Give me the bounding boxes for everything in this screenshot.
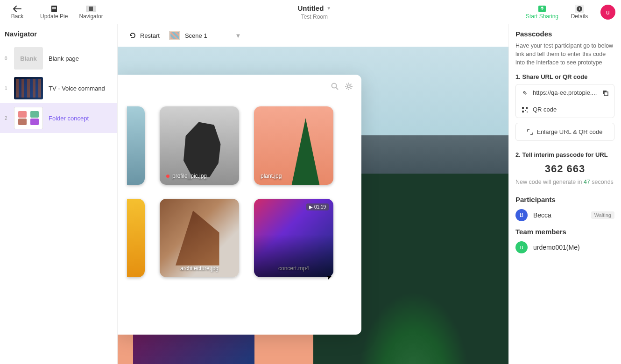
nav-item-blank[interactable]: 0 Blank Blank page [0, 43, 117, 73]
page-subtitle: Test Room [103, 14, 526, 20]
svg-rect-24 [525, 110, 526, 111]
back-label: Back [11, 13, 24, 20]
scene-thumb-icon [169, 31, 180, 40]
tile-profile[interactable]: profile_pic.jpg [160, 106, 239, 185]
team-member-row[interactable]: u urdemo001(Me) [515, 241, 614, 253]
svg-line-16 [351, 88, 352, 89]
update-pie-button[interactable]: Update Pie [40, 5, 68, 20]
enlarge-label: Enlarge URL & QR code [536, 128, 602, 135]
participants-title: Participants [515, 196, 614, 203]
right-sidebar: Passcodes Have your test participant go … [509, 24, 621, 364]
info-icon: i [575, 5, 584, 13]
tile-partial-bottom[interactable] [127, 199, 145, 277]
tile-caption: architecture.jpg [166, 265, 233, 272]
main-area: Navigator 0 Blank Blank page 1 TV - Voic… [0, 24, 621, 364]
enlarge-button[interactable]: Enlarge URL & QR code [515, 123, 614, 141]
nav-item-tv[interactable]: 1 TV - Voice command [0, 73, 117, 103]
svg-line-17 [346, 88, 347, 89]
passcode-value: 362 663 [515, 163, 614, 175]
back-button[interactable]: Back [6, 5, 29, 20]
copy-icon[interactable] [602, 90, 608, 96]
search-icon[interactable] [331, 82, 339, 91]
tile-architecture[interactable]: architecture.jpg [160, 199, 239, 277]
record-dot-icon [166, 175, 169, 178]
details-label: Details [571, 13, 588, 20]
expand-icon [527, 129, 533, 135]
header-center: Untitled ▼ Test Room [103, 4, 526, 20]
participant-name: Becca [533, 211, 586, 219]
user-avatar[interactable]: u [600, 5, 615, 20]
share-box: https://qa-ee.protopie.... QR code [515, 84, 614, 118]
svg-point-8 [332, 84, 337, 88]
bg-concert [133, 331, 254, 364]
team-member-name: urdemo001(Me) [533, 244, 614, 251]
step2-label: 2. Tell interim passcode for URL [515, 151, 614, 158]
passcodes-title: Passcodes [515, 30, 614, 38]
restart-button[interactable]: Restart [129, 32, 160, 39]
nav-index: 2 [5, 116, 8, 121]
folder-panel: profile_pic.jpg plant.jpg architecture.j… [118, 75, 361, 335]
play-icon: ▶ [309, 204, 313, 210]
svg-rect-4 [89, 7, 93, 11]
app-header: Back Update Pie Navigator Untitled ▼ Tes… [0, 0, 621, 24]
tile-concert[interactable]: ▶01:19 concert.mp4 [254, 199, 333, 277]
tile-caption: profile_pic.jpg [166, 173, 233, 179]
link-icon [522, 90, 528, 96]
svg-rect-22 [526, 107, 528, 109]
nav-thumb-blank: Blank [14, 47, 43, 70]
nav-thumb-tv [14, 77, 43, 99]
canvas-area: Restart Scene 1 ▼ [118, 24, 509, 364]
arrow-left-icon [13, 5, 21, 13]
participant-avatar: B [515, 209, 528, 221]
share-label: Start Sharing [526, 13, 558, 20]
svg-line-9 [336, 88, 339, 90]
tile-caption: concert.mp4 [261, 265, 327, 272]
nav-label: TV - Voice command [49, 85, 113, 92]
step1-label: 1. Share URL or QR code [515, 73, 614, 80]
tile-plant[interactable]: plant.jpg [254, 106, 333, 185]
restart-label: Restart [140, 32, 160, 39]
svg-rect-21 [522, 107, 524, 109]
tile-caption: plant.jpg [261, 173, 327, 179]
participant-row[interactable]: B Becca Waiting [515, 209, 614, 221]
canvas-toolbar: Restart Scene 1 ▼ [118, 24, 508, 47]
folder-grid: profile_pic.jpg plant.jpg architecture.j… [127, 106, 352, 277]
header-left: Back Update Pie Navigator [6, 5, 103, 20]
nav-label: Blank page [49, 55, 113, 62]
navigator-toggle-button[interactable]: Navigator [79, 5, 103, 20]
svg-line-15 [346, 84, 347, 85]
document-icon [51, 5, 57, 13]
share-url-text: https://qa-ee.protopie.... [533, 89, 597, 96]
scene-selector[interactable]: Scene 1 ▼ [169, 31, 241, 40]
restart-icon [129, 32, 136, 39]
countdown-text: New code will generate in 47 seconds [515, 179, 614, 185]
qr-code-row[interactable]: QR code [516, 101, 614, 118]
svg-rect-2 [52, 8, 56, 9]
navigator-sidebar: Navigator 0 Blank Blank page 1 TV - Voic… [0, 24, 118, 364]
gear-icon[interactable] [345, 82, 353, 91]
nav-index: 0 [5, 56, 8, 61]
navigator-label: Navigator [79, 13, 103, 20]
page-title[interactable]: Untitled ▼ [297, 4, 331, 12]
qr-icon [522, 106, 528, 113]
nav-index: 1 [5, 86, 8, 91]
details-button[interactable]: i Details [568, 5, 591, 20]
nav-item-folder[interactable]: 2 Folder concept [0, 103, 117, 133]
scene-label: Scene 1 [185, 32, 207, 39]
update-label: Update Pie [40, 13, 68, 20]
tile-partial-top[interactable] [127, 106, 145, 185]
start-sharing-button[interactable]: Start Sharing [526, 5, 558, 20]
chevron-down-icon: ▼ [326, 6, 331, 11]
passcodes-description: Have your test participant go to below l… [515, 42, 614, 67]
share-url-row[interactable]: https://qa-ee.protopie.... [516, 84, 614, 101]
status-badge: Waiting [591, 211, 614, 219]
team-title: Team members [515, 228, 614, 236]
canvas-viewport[interactable]: profile_pic.jpg plant.jpg architecture.j… [118, 47, 508, 364]
header-right: Start Sharing i Details u [526, 5, 615, 20]
svg-rect-25 [527, 112, 528, 112]
svg-rect-20 [604, 92, 608, 96]
svg-point-10 [347, 85, 350, 88]
chevron-down-icon: ▼ [235, 32, 241, 39]
nav-thumb-folder [14, 107, 43, 129]
nav-label: Folder concept [49, 115, 113, 122]
